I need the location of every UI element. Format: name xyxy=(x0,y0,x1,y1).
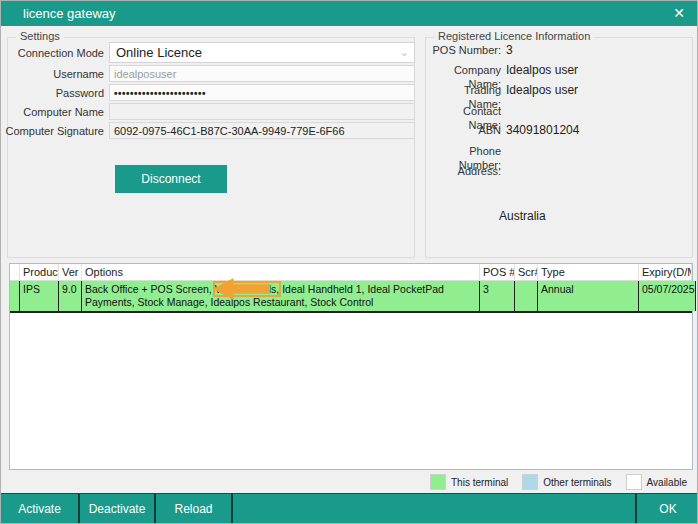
other-terminals-label: Other terminals xyxy=(543,477,611,488)
pos-number-value: 3 xyxy=(501,43,513,57)
column-header-ver[interactable]: Ver xyxy=(59,264,82,280)
table-row[interactable]: IPS 9.0 Back Office + POS Screen, Vii Gi… xyxy=(10,281,692,313)
column-header-expiry[interactable]: Expiry(D/M/Y) xyxy=(639,264,692,280)
username-field[interactable]: idealposuser xyxy=(109,65,415,82)
computer-signature-label: Computer Signature xyxy=(5,125,109,137)
country-label: Australia xyxy=(499,209,546,223)
available-swatch xyxy=(626,474,642,490)
licence-info-group-label: Registered Licence Information xyxy=(434,30,594,42)
pos-number-row: POS Number: 3 xyxy=(431,43,689,57)
options-text-before: Back Office + POS Screen, xyxy=(85,283,215,295)
connection-mode-value: Online Licence xyxy=(116,45,202,60)
options-cell[interactable]: Back Office + POS Screen, Vii Gift Cards… xyxy=(82,281,480,311)
chevron-down-icon: ⌄ xyxy=(400,46,409,59)
licence-gateway-window: licence gateway ✕ Settings Connection Mo… xyxy=(0,0,698,524)
reload-button[interactable]: Reload xyxy=(156,494,231,523)
address-value xyxy=(501,164,506,178)
deactivate-button[interactable]: Deactivate xyxy=(80,494,154,523)
computer-name-field[interactable] xyxy=(109,103,415,120)
footer-divider xyxy=(231,494,233,523)
window-title: licence gateway xyxy=(23,6,116,21)
licence-table: Product Ver Options POS # Scr# Type Expi… xyxy=(9,263,693,470)
title-bar: licence gateway ✕ xyxy=(1,1,697,26)
row-selector-cell[interactable] xyxy=(10,281,20,311)
abn-value: 34091801204 xyxy=(501,123,579,137)
close-icon[interactable]: ✕ xyxy=(668,3,690,24)
password-row: Password ••••••••••••••••••••••• xyxy=(5,84,415,101)
address-row: Address: xyxy=(431,164,689,178)
password-field[interactable]: ••••••••••••••••••••••• xyxy=(109,84,415,101)
column-header-product[interactable]: Product xyxy=(20,264,59,280)
expiry-cell[interactable]: 05/07/2025 xyxy=(639,281,696,311)
column-header-options[interactable]: Options xyxy=(82,264,480,280)
pos-number-label: POS Number: xyxy=(431,43,501,57)
abn-label: ABN xyxy=(431,123,501,137)
this-terminal-swatch xyxy=(430,474,446,490)
connection-mode-label: Connection Mode xyxy=(5,47,109,59)
product-cell[interactable]: IPS xyxy=(20,281,59,311)
pos-cell[interactable]: 3 xyxy=(480,281,515,311)
abn-row: ABN 34091801204 xyxy=(431,123,689,137)
ver-cell[interactable]: 9.0 xyxy=(59,281,82,311)
licence-table-header: Product Ver Options POS # Scr# Type Expi… xyxy=(10,264,692,281)
password-label: Password xyxy=(5,87,109,99)
available-label: Available xyxy=(647,477,687,488)
scr-cell[interactable] xyxy=(515,281,538,311)
other-terminals-swatch xyxy=(522,474,538,490)
connection-mode-row: Connection Mode Online Licence ⌄ xyxy=(5,42,415,63)
computer-signature-field[interactable]: 6092-0975-46C1-B87C-30AA-9949-779E-6F66 xyxy=(109,122,415,139)
computer-signature-row: Computer Signature 6092-0975-46C1-B87C-3… xyxy=(5,122,415,139)
footer-bar: Activate Deactivate Reload OK xyxy=(1,493,697,523)
settings-group-label: Settings xyxy=(16,30,64,42)
terminal-legend: This terminal Other terminals Available xyxy=(430,474,687,490)
computer-name-label: Computer Name xyxy=(5,106,109,118)
type-cell[interactable]: Annual xyxy=(538,281,639,311)
activate-button[interactable]: Activate xyxy=(1,494,78,523)
column-header-pos[interactable]: POS # xyxy=(480,264,515,280)
username-row: Username idealposuser xyxy=(5,65,415,82)
this-terminal-label: This terminal xyxy=(451,477,508,488)
disconnect-button[interactable]: Disconnect xyxy=(115,165,227,193)
column-header-scr[interactable]: Scr# xyxy=(515,264,538,280)
connection-mode-dropdown[interactable]: Online Licence ⌄ xyxy=(109,42,415,63)
computer-name-row: Computer Name xyxy=(5,103,415,120)
column-header-type[interactable]: Type xyxy=(538,264,639,280)
address-label: Address: xyxy=(431,164,501,178)
column-header-selector[interactable] xyxy=(10,264,20,280)
ok-button[interactable]: OK xyxy=(637,494,698,523)
username-label: Username xyxy=(5,68,109,80)
